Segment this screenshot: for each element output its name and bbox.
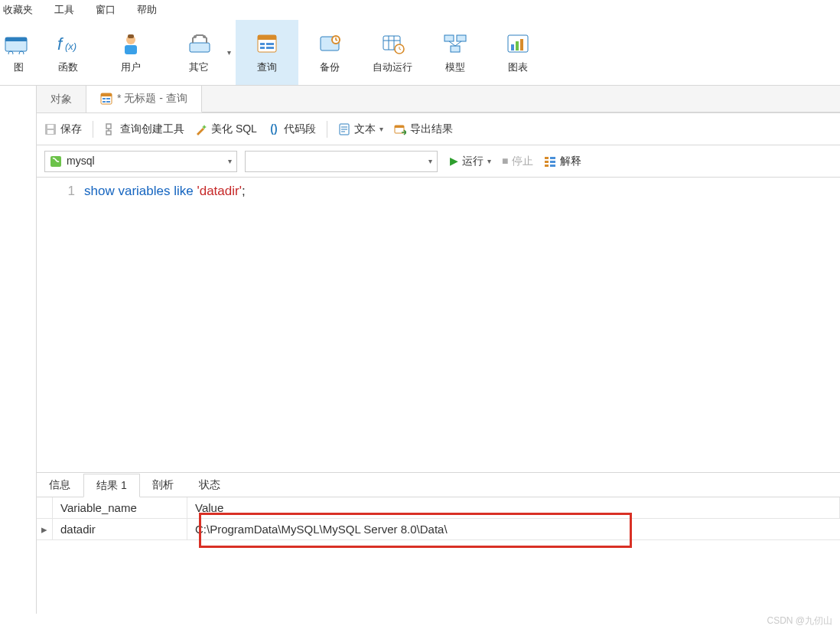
tab-query-untitled[interactable]: * 无标题 - 查询 — [86, 86, 202, 112]
ribbon-schedule-label: 自动运行 — [373, 60, 412, 74]
svg-rect-53 — [550, 157, 555, 159]
run-label: 运行 — [462, 154, 483, 169]
ribbon-view[interactable]: 图 — [0, 20, 37, 85]
function-icon: f(x) — [54, 30, 82, 57]
menu-help[interactable]: 帮助 — [137, 3, 157, 17]
explain-button[interactable]: 解释 — [544, 154, 581, 169]
stop-icon: ■ — [502, 154, 508, 169]
other-icon — [185, 30, 213, 57]
save-button[interactable]: 保存 — [44, 122, 82, 137]
editor-tabs: 对象 * 无标题 - 查询 — [37, 86, 840, 113]
svg-rect-17 — [266, 47, 274, 49]
ribbon-other[interactable]: 其它 ▾ — [162, 20, 236, 85]
sidebar-slot — [0, 86, 36, 113]
grid-row[interactable]: ▸ datadir C:\ProgramData\MySQL\MySQL Ser… — [37, 519, 840, 540]
beautify-icon — [195, 123, 207, 135]
result-tab-result1[interactable]: 结果 1 — [83, 474, 140, 497]
text-icon — [338, 123, 350, 135]
editor-gutter: 1 — [37, 178, 84, 472]
menu-favorites[interactable]: 收藏夹 — [3, 3, 33, 17]
text-label: 文本 — [354, 122, 376, 137]
sql-editor[interactable]: 1 show variables like 'datadir'; — [37, 178, 840, 473]
grid-header-value[interactable]: Value — [187, 497, 840, 519]
svg-text:f: f — [57, 34, 64, 54]
svg-rect-33 — [520, 39, 523, 51]
chart-icon — [504, 30, 532, 57]
view-icon — [5, 30, 32, 57]
menu-window[interactable]: 窗口 — [96, 3, 116, 17]
svg-rect-51 — [545, 161, 549, 163]
query-icon — [253, 30, 281, 57]
export-button[interactable]: 导出结果 — [394, 122, 453, 137]
svg-rect-15 — [266, 43, 274, 45]
result-tab-profile[interactable]: 剖析 — [140, 473, 187, 497]
query-tab-icon — [100, 93, 112, 105]
svg-rect-35 — [101, 93, 112, 96]
snippets-icon: () — [268, 123, 280, 135]
export-icon — [394, 123, 406, 135]
ribbon-other-label: 其它 — [189, 60, 209, 74]
ribbon: 图 f(x) 函数 用户 其它 ▾ 查询 备份 自动运行 — [0, 20, 840, 86]
ribbon-view-label: 图 — [14, 60, 24, 74]
snippets-button[interactable]: () 代码段 — [268, 122, 316, 137]
tabs-filler — [202, 86, 840, 112]
svg-text:(x): (x) — [65, 41, 77, 52]
svg-point-2 — [8, 51, 13, 54]
menubar: 收藏夹 工具 窗口 帮助 — [0, 0, 840, 20]
chevron-down-icon: ▾ — [379, 124, 383, 135]
ribbon-user[interactable]: 用户 — [99, 20, 162, 85]
svg-rect-41 — [47, 125, 54, 129]
svg-rect-9 — [190, 43, 210, 52]
play-icon: ▶ — [450, 154, 458, 169]
menu-tools[interactable]: 工具 — [54, 3, 74, 17]
ribbon-chart-label: 图表 — [508, 60, 528, 74]
tab-objects-label: 对象 — [50, 92, 72, 107]
svg-line-28 — [449, 41, 455, 46]
grid-header-name[interactable]: Variable_name — [53, 497, 187, 519]
beautify-label: 美化 SQL — [211, 122, 257, 137]
svg-rect-38 — [103, 101, 106, 103]
ribbon-chart[interactable]: 图表 — [487, 20, 549, 85]
chevron-down-icon: ▾ — [228, 156, 232, 167]
svg-point-11 — [203, 35, 206, 38]
schema-combo[interactable]: ▾ — [245, 151, 438, 172]
run-button[interactable]: ▶ 运行 ▾ — [450, 154, 491, 169]
result-grid[interactable]: Variable_name Value ▸ datadir C:\Program… — [37, 497, 840, 614]
model-icon — [441, 30, 469, 57]
chevron-down-icon: ▾ — [487, 156, 491, 167]
ribbon-model[interactable]: 模型 — [424, 20, 487, 85]
grid-cell-value[interactable]: C:\ProgramData\MySQL\MySQL Server 8.0\Da… — [187, 519, 840, 540]
user-icon — [117, 30, 145, 57]
query-builder-button[interactable]: 查询创建工具 — [104, 122, 184, 137]
ribbon-backup[interactable]: 备份 — [298, 20, 361, 85]
ribbon-function[interactable]: f(x) 函数 — [37, 20, 99, 85]
export-label: 导出结果 — [410, 122, 453, 137]
tab-objects[interactable]: 对象 — [37, 86, 86, 112]
result-tab-info[interactable]: 信息 — [37, 473, 83, 497]
query-builder-label: 查询创建工具 — [120, 122, 184, 137]
text-button[interactable]: 文本 ▾ — [338, 122, 383, 137]
svg-rect-37 — [106, 98, 110, 99]
snippets-label: 代码段 — [284, 122, 316, 137]
beautify-sql-button[interactable]: 美化 SQL — [195, 122, 257, 137]
stop-label: 停止 — [512, 154, 533, 169]
tab-query-untitled-label: * 无标题 - 查询 — [117, 91, 187, 106]
stop-button: ■ 停止 — [502, 154, 533, 169]
svg-rect-25 — [444, 35, 454, 41]
svg-rect-13 — [258, 35, 276, 40]
svg-rect-42 — [47, 130, 54, 134]
ribbon-schedule[interactable]: 自动运行 — [361, 20, 424, 85]
svg-rect-50 — [545, 157, 549, 159]
svg-rect-8 — [125, 45, 137, 54]
svg-rect-48 — [395, 125, 404, 128]
save-label: 保存 — [60, 122, 82, 137]
connection-value: mysql — [67, 154, 95, 169]
svg-rect-54 — [550, 161, 555, 163]
editor-code[interactable]: show variables like 'datadir'; — [84, 178, 840, 472]
ribbon-query[interactable]: 查询 — [236, 20, 298, 85]
result-tab-status[interactable]: 状态 — [187, 473, 233, 497]
grid-cell-name[interactable]: datadir — [53, 519, 187, 540]
connection-combo[interactable]: mysql ▾ — [44, 151, 237, 172]
query-toolbar: 保存 查询创建工具 美化 SQL () 代码段 — [37, 113, 840, 145]
svg-rect-27 — [451, 46, 460, 52]
